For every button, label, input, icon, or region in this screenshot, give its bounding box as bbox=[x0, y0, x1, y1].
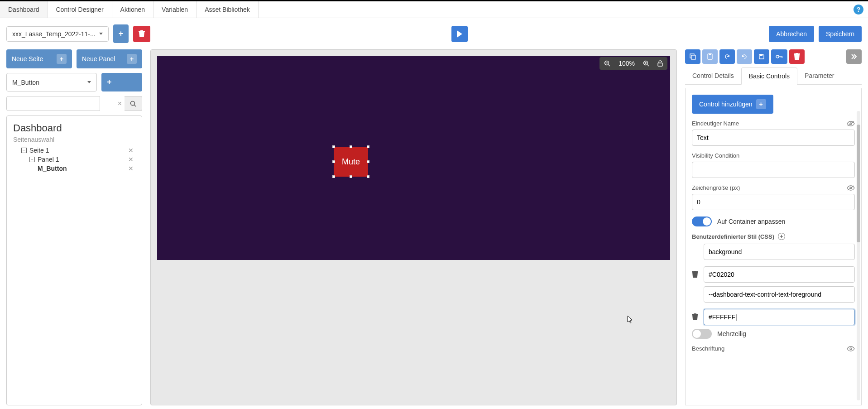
mouse-cursor-icon bbox=[627, 315, 633, 323]
key-icon bbox=[776, 53, 783, 60]
save-button[interactable]: Speichern bbox=[819, 26, 862, 42]
visibility-toggle-icon[interactable] bbox=[847, 120, 855, 127]
right-column: Control Details Basic Controls Parameter… bbox=[685, 49, 862, 405]
new-panel-button[interactable]: Neue Panel + bbox=[77, 49, 142, 68]
plus-icon bbox=[107, 77, 112, 87]
svg-line-1 bbox=[134, 105, 136, 106]
canvas-element-mute[interactable]: Mute bbox=[334, 147, 368, 177]
canvas-stage[interactable]: Mute bbox=[157, 56, 670, 260]
zoom-out-icon[interactable] bbox=[604, 60, 610, 67]
delete-prop-button[interactable] bbox=[789, 49, 805, 64]
add-control-label: Control hinzufügen bbox=[699, 101, 753, 108]
redo-button bbox=[737, 49, 752, 64]
resize-handle[interactable] bbox=[350, 145, 352, 148]
css-value-input-1[interactable] bbox=[704, 309, 855, 325]
plus-icon: + bbox=[57, 54, 67, 64]
resize-handle[interactable] bbox=[367, 145, 369, 148]
cancel-button[interactable]: Abbrechen bbox=[769, 26, 814, 42]
tree-label-page: Seite 1 bbox=[29, 147, 126, 154]
tab-parameter[interactable]: Parameter bbox=[797, 67, 841, 84]
menu-variablen[interactable]: Variablen bbox=[153, 1, 197, 18]
svg-point-23 bbox=[850, 348, 852, 350]
key-button[interactable] bbox=[771, 49, 787, 64]
clear-search-icon[interactable]: × bbox=[118, 100, 122, 108]
tree-node-page[interactable]: − Seite 1 ✕ bbox=[13, 146, 135, 155]
add-css-rule-icon[interactable]: + bbox=[778, 233, 785, 240]
search-button[interactable] bbox=[125, 96, 142, 111]
remove-page-icon[interactable]: ✕ bbox=[126, 147, 135, 154]
add-control-left-button[interactable] bbox=[101, 73, 142, 91]
help-icon[interactable]: ? bbox=[854, 5, 863, 14]
control-type-label: M_Button bbox=[12, 79, 39, 86]
svg-rect-13 bbox=[709, 53, 711, 55]
tab-basic-controls[interactable]: Basic Controls bbox=[741, 67, 797, 85]
collapse-icon[interactable]: − bbox=[21, 148, 27, 153]
tree-node-control[interactable]: M_Button ✕ bbox=[13, 164, 135, 173]
menu-aktionen[interactable]: Aktionen bbox=[112, 1, 153, 18]
collapse-icon[interactable]: − bbox=[29, 157, 35, 162]
tree-label-control: M_Button bbox=[38, 165, 126, 172]
resize-handle[interactable] bbox=[367, 175, 369, 178]
menu-dashboard[interactable]: Dashboard bbox=[0, 1, 48, 18]
tree-search-input[interactable] bbox=[6, 96, 100, 111]
canvas-area: 100% Mute bbox=[150, 49, 677, 405]
charsize-label: Zeichengröße (px) bbox=[692, 184, 740, 191]
play-button[interactable] bbox=[451, 26, 468, 42]
css-prop-input-1[interactable] bbox=[704, 286, 855, 303]
scrollbar-thumb[interactable] bbox=[857, 125, 860, 242]
add-control-button[interactable]: Control hinzufügen + bbox=[692, 95, 773, 114]
new-page-label: Neue Seite bbox=[12, 55, 43, 63]
multiline-toggle[interactable] bbox=[692, 329, 712, 339]
visibility-toggle-icon[interactable] bbox=[847, 346, 855, 352]
zoom-level: 100% bbox=[619, 60, 635, 67]
tree-panel: Dashboard Seitenauswahl − Seite 1 ✕ − Pa… bbox=[6, 115, 142, 405]
tree-title: Dashboard bbox=[13, 122, 135, 134]
resize-handle[interactable] bbox=[367, 160, 369, 163]
paste-icon bbox=[707, 53, 713, 60]
svg-point-15 bbox=[776, 55, 779, 58]
svg-point-0 bbox=[131, 101, 135, 105]
resize-handle[interactable] bbox=[332, 175, 335, 178]
remove-control-icon[interactable]: ✕ bbox=[126, 165, 135, 172]
search-icon bbox=[130, 101, 136, 107]
tab-control-details[interactable]: Control Details bbox=[685, 67, 741, 84]
visibility-condition-input[interactable] bbox=[692, 162, 855, 178]
resize-handle[interactable] bbox=[332, 160, 335, 163]
main-toolbar: xxx_Lasse_Temp_2022-11-... Abbrechen Spe… bbox=[0, 18, 868, 49]
svg-rect-14 bbox=[760, 54, 762, 56]
zoom-in-icon[interactable] bbox=[643, 60, 649, 67]
caption-label: Beschriftung bbox=[692, 345, 724, 352]
new-page-button[interactable]: Neue Seite + bbox=[6, 49, 72, 68]
add-dashboard-button[interactable] bbox=[113, 24, 129, 43]
tree-node-panel[interactable]: − Panel 1 ✕ bbox=[13, 155, 135, 164]
chevron-right-double-icon bbox=[851, 53, 857, 60]
resize-handle[interactable] bbox=[332, 145, 335, 148]
delete-dashboard-button[interactable] bbox=[133, 26, 150, 42]
visibility-toggle-icon[interactable] bbox=[847, 185, 855, 191]
delete-css-row-0[interactable] bbox=[692, 271, 699, 278]
fit-container-toggle[interactable] bbox=[692, 217, 712, 226]
zoom-bar: 100% bbox=[599, 57, 667, 70]
menu-bar: Dashboard Control Designer Aktionen Vari… bbox=[0, 1, 868, 18]
charsize-input[interactable] bbox=[692, 194, 855, 210]
dashboard-select-label: xxx_Lasse_Temp_2022-11-... bbox=[12, 30, 96, 38]
properties-scrollbar[interactable] bbox=[857, 111, 860, 400]
css-prop-input-0[interactable] bbox=[704, 244, 855, 260]
plus-icon bbox=[119, 29, 124, 38]
remove-panel-icon[interactable]: ✕ bbox=[126, 156, 135, 163]
control-type-select[interactable]: M_Button bbox=[6, 73, 97, 91]
save-prop-button[interactable] bbox=[754, 49, 769, 64]
menu-control-designer[interactable]: Control Designer bbox=[48, 1, 112, 18]
menu-asset-bibliothek[interactable]: Asset Bibliothek bbox=[197, 1, 259, 18]
css-value-input-0[interactable] bbox=[704, 266, 855, 283]
panel-collapse-button[interactable] bbox=[846, 49, 862, 64]
copy-button[interactable] bbox=[685, 49, 700, 64]
dashboard-select[interactable]: xxx_Lasse_Temp_2022-11-... bbox=[6, 26, 109, 42]
delete-css-row-1[interactable] bbox=[692, 313, 699, 321]
resize-handle[interactable] bbox=[350, 175, 352, 178]
undo-button[interactable] bbox=[719, 49, 735, 64]
unique-name-input[interactable] bbox=[692, 130, 855, 146]
lock-icon[interactable] bbox=[657, 60, 663, 67]
new-panel-label: Neue Panel bbox=[82, 55, 115, 63]
svg-line-4 bbox=[609, 65, 610, 67]
